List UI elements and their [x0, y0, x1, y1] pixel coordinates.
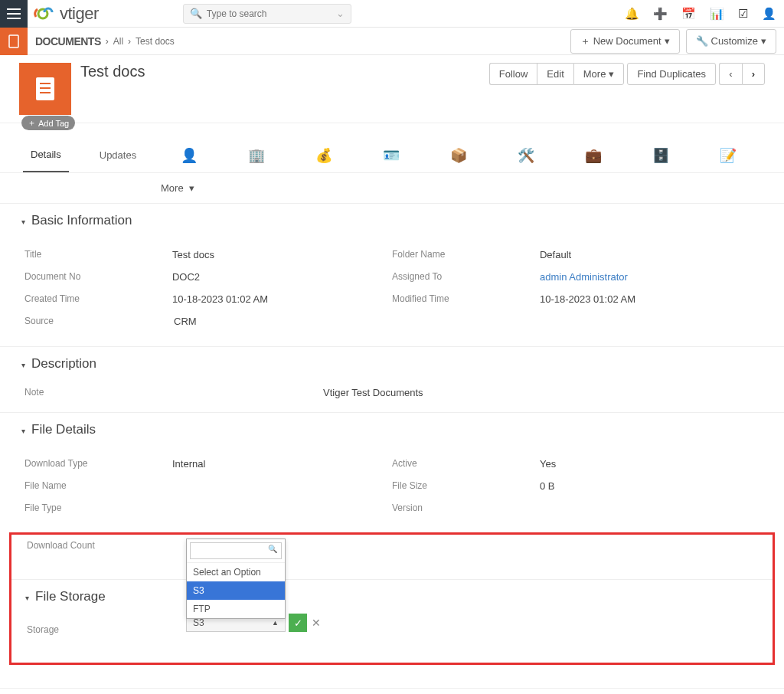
dropdown-opt-ftp[interactable]: FTP: [187, 600, 285, 618]
plus-circle-icon[interactable]: ➕: [653, 7, 668, 21]
tab-icon-money[interactable]: 💰: [302, 139, 346, 172]
label-storage: Storage: [27, 624, 176, 635]
label-fsize: File Size: [392, 480, 540, 492]
value-created: 10-18-2023 01:02 AM: [172, 293, 392, 305]
section-file[interactable]: File Details: [0, 413, 784, 447]
label-title: Title: [24, 249, 172, 260]
more-button[interactable]: More ▾: [573, 63, 625, 85]
caret-icon: [21, 422, 25, 437]
tab-icon-tools[interactable]: 🛠️: [504, 139, 548, 172]
cancel-button[interactable]: ✕: [309, 614, 324, 632]
next-record-button[interactable]: ›: [742, 63, 765, 85]
caret-icon: [25, 589, 29, 604]
section-storage[interactable]: File Storage: [11, 580, 773, 614]
label-version: Version: [392, 502, 540, 513]
tab-icon-box[interactable]: 📦: [436, 139, 481, 172]
page-title: Test docs: [80, 63, 145, 80]
chart-icon[interactable]: 📊: [710, 7, 724, 21]
follow-button[interactable]: Follow: [489, 63, 537, 85]
tab-icon-person[interactable]: 👤: [167, 139, 211, 172]
label-dltype: Download Type: [24, 458, 172, 470]
label-docno: Document No: [24, 271, 172, 283]
calendar-icon[interactable]: 📅: [681, 7, 696, 21]
footer: Powered by vtiger CRM - 7.5.0 © 2004 - 2…: [0, 688, 784, 694]
bell-icon[interactable]: 🔔: [625, 7, 639, 21]
label-note: Note: [24, 387, 323, 398]
label-modified: Modified Time: [392, 293, 540, 305]
tab-icon-note[interactable]: 📝: [706, 139, 750, 172]
value-version: [540, 502, 760, 513]
value-dltype: Internal: [172, 458, 392, 470]
storage-dropdown-panel: Select an Option S3 FTP: [186, 539, 286, 619]
module-badge[interactable]: [0, 28, 28, 55]
customize-button[interactable]: 🔧Customize▾: [686, 29, 776, 54]
wrench-icon: 🔧: [696, 35, 708, 47]
edit-button[interactable]: Edit: [537, 63, 573, 85]
value-modified: 10-18-2023 01:02 AM: [540, 293, 760, 305]
tab-details[interactable]: Details: [23, 138, 69, 172]
label-fname: File Name: [24, 480, 172, 492]
tab-icon-server[interactable]: 🗄️: [639, 139, 683, 172]
label-created: Created Time: [24, 293, 172, 305]
label-dlcount: Download Count: [27, 540, 176, 551]
breadcrumb: DOCUMENTS › All › Test docs: [35, 35, 175, 47]
dropdown-search: [187, 539, 285, 563]
tab-updates[interactable]: Updates: [92, 139, 144, 172]
value-docno: DOC2: [172, 271, 392, 283]
section-basic[interactable]: Basic Information: [0, 204, 784, 237]
value-active: Yes: [540, 458, 760, 470]
search-icon: 🔍: [190, 8, 202, 19]
bc-current: Test docs: [136, 36, 175, 47]
caret-icon: [21, 213, 25, 228]
label-source: Source: [24, 316, 174, 327]
label-folder: Folder Name: [392, 249, 540, 260]
record-icon: [19, 63, 71, 115]
value-ftype: [172, 502, 392, 513]
value-folder: Default: [540, 249, 760, 260]
find-duplicates-button[interactable]: Find Duplicates: [627, 63, 716, 85]
logo[interactable]: vtiger: [34, 4, 99, 24]
user-icon[interactable]: 👤: [762, 7, 776, 21]
dropdown-search-input[interactable]: [190, 542, 282, 559]
value-source: CRM: [174, 316, 396, 327]
add-tag-button[interactable]: ＋Add Tag: [21, 116, 75, 130]
value-fname: [172, 480, 392, 492]
svg-rect-0: [9, 35, 18, 47]
section-desc[interactable]: Description: [0, 347, 784, 381]
prev-record-button[interactable]: ‹: [719, 63, 742, 85]
search-input[interactable]: [207, 8, 336, 19]
confirm-button[interactable]: ✓: [289, 614, 307, 632]
tab-icon-briefcase[interactable]: 💼: [571, 139, 616, 172]
new-document-button[interactable]: ＋New Document▾: [570, 29, 680, 54]
chevron-down-icon[interactable]: ⌄: [336, 8, 345, 19]
bc-all[interactable]: All: [113, 36, 123, 47]
logo-text: vtiger: [60, 4, 99, 24]
tab-icon-id[interactable]: 🎫: [773, 139, 784, 172]
value-fsize: 0 B: [540, 480, 760, 492]
check-icon[interactable]: ☑: [738, 7, 748, 21]
global-search[interactable]: 🔍 ⌄: [183, 4, 351, 24]
chevron-up-icon: ▲: [272, 619, 279, 627]
tab-icon-card[interactable]: 🪪: [369, 139, 413, 172]
label-active: Active: [392, 458, 540, 470]
dropdown-opt-s3[interactable]: S3: [187, 581, 285, 600]
dropdown-placeholder[interactable]: Select an Option: [187, 563, 285, 581]
value-title: Test docs: [172, 249, 392, 260]
value-assigned[interactable]: admin Administrator: [540, 271, 760, 283]
caret-icon: [21, 356, 25, 372]
module-name[interactable]: DOCUMENTS: [35, 35, 101, 47]
value-note: Vtiger Test Documents: [323, 387, 545, 398]
label-ftype: File Type: [24, 502, 172, 513]
menu-hamburger[interactable]: [0, 0, 28, 28]
label-assigned: Assigned To: [392, 271, 540, 283]
tab-icon-building[interactable]: 🏢: [234, 139, 279, 172]
tabs-more[interactable]: More ▾: [0, 173, 784, 203]
